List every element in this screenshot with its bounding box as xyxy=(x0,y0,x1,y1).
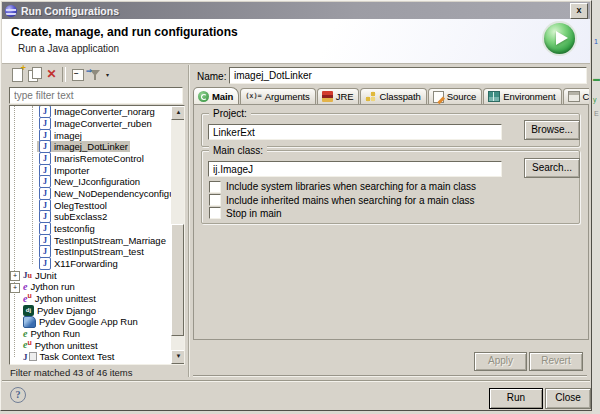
tab-label: Classpath xyxy=(379,91,420,102)
tab-environment[interactable]: Environment xyxy=(483,88,561,104)
help-button[interactable]: ? xyxy=(10,387,26,403)
tree-item[interactable]: JImageConverter_ruben xyxy=(10,118,171,130)
tab-main[interactable]: Main xyxy=(193,87,239,104)
delete-configuration-icon[interactable]: ✕ xyxy=(43,66,60,83)
tree-item[interactable]: JTask Context Test xyxy=(10,351,171,363)
background-fragment: ▬ xyxy=(593,75,600,82)
main-class-options: Include system libraries when searching … xyxy=(209,180,476,220)
tree-item-content: JTestInputStream_Marriage xyxy=(37,235,168,246)
tab-label: Common xyxy=(583,91,589,102)
tree-item[interactable]: JImarisRemoteControl xyxy=(10,153,171,165)
project-input[interactable] xyxy=(208,124,502,140)
tree-item[interactable]: JTestInputStream_Marriage xyxy=(10,234,171,246)
close-button[interactable]: Close xyxy=(545,388,591,409)
tree-item-content: Jtestconfig xyxy=(37,223,97,234)
tree-item-content: Pydev Google App Run xyxy=(21,316,140,327)
apply-button[interactable]: Apply xyxy=(474,352,527,371)
tree-item[interactable]: JImporter xyxy=(10,164,171,176)
tree-item-content: JOlegTesttool xyxy=(37,200,109,211)
tab-classpath[interactable]: Classpath xyxy=(360,88,426,104)
checkbox[interactable] xyxy=(209,181,221,193)
tree-item-label: X11Forwarding xyxy=(54,258,118,269)
tree-item[interactable]: euJython unittest xyxy=(10,293,171,305)
duplicate-configuration-icon[interactable] xyxy=(26,66,43,83)
checkbox[interactable] xyxy=(209,207,221,219)
tree-item-label: New_IJconfiguration xyxy=(54,176,140,187)
screen: Run Configurations x Create, manage, and… xyxy=(0,0,600,414)
checkbox-row[interactable]: Include inherited mains when searching f… xyxy=(209,193,476,206)
tree-item-label: TestInputStream_test xyxy=(54,246,144,257)
tab-jre[interactable]: JRE xyxy=(317,88,360,104)
scrollbar-thumb[interactable] xyxy=(171,224,184,336)
panel-sash[interactable] xyxy=(188,65,190,377)
revert-button[interactable]: Revert xyxy=(529,352,583,371)
tree-item[interactable]: JX11Forwarding xyxy=(10,258,171,270)
tree-item[interactable]: Jimagej xyxy=(10,129,171,141)
run-button[interactable]: Run xyxy=(489,388,543,409)
tree-item[interactable]: +JuJUnit xyxy=(10,269,171,281)
configurations-toolbar: ✕ − ⇒ ▾ xyxy=(9,65,109,84)
tree-item-content: euJython unittest xyxy=(21,293,98,304)
collapse-all-icon[interactable]: − xyxy=(70,66,87,83)
filter-status-text: Filter matched 43 of 46 items xyxy=(10,367,133,378)
arguments-tab-icon: (x)= xyxy=(245,91,261,102)
jython-run-icon: e xyxy=(23,282,27,292)
scroll-down-arrow[interactable]: ▼ xyxy=(171,350,185,364)
background-window-sliver: 1 ▬ y E xyxy=(592,0,600,414)
checkbox[interactable] xyxy=(209,194,221,206)
name-input[interactable] xyxy=(229,67,587,84)
tree-item[interactable]: Pydev Google App Run xyxy=(10,316,171,328)
pydev-gae-icon xyxy=(23,316,36,328)
tree-item-content: djPydev Django xyxy=(21,305,98,316)
tree-scrollbar[interactable]: ▲ ▼ xyxy=(171,106,184,364)
tree-item-content: JImageConverter_ruben xyxy=(37,118,154,129)
scroll-up-arrow[interactable]: ▲ xyxy=(171,106,185,120)
tree-item[interactable]: JOlegTesttool xyxy=(10,199,171,211)
tree-item-selected[interactable]: Jimagej_DotLinker xyxy=(10,141,171,153)
title-bar[interactable]: Run Configurations x xyxy=(2,2,590,19)
filter-configurations-icon[interactable]: ⇒ xyxy=(87,66,104,83)
tab-label: Main xyxy=(212,91,233,102)
tree-item[interactable]: JImageConverter_norarg xyxy=(10,106,171,118)
filter-input[interactable] xyxy=(9,87,183,104)
new-configuration-icon[interactable] xyxy=(9,66,26,83)
junit-icon: Ju xyxy=(23,270,32,280)
tab-arguments[interactable]: (x)=Arguments xyxy=(240,88,316,104)
configurations-tree[interactable]: JImageConverter_norargJImageConverter_ru… xyxy=(9,105,185,365)
tree-item-label: subExclass2 xyxy=(54,211,107,222)
tree-item[interactable]: djPydev Django xyxy=(10,304,171,316)
tab-common[interactable]: Common xyxy=(563,88,589,104)
tree-item[interactable]: JNew_NoDependencyconfiguration xyxy=(10,188,171,200)
filter-menu-caret-icon[interactable]: ▾ xyxy=(106,71,109,78)
tree-item-label: Python unittest xyxy=(35,340,98,351)
tree-item-content: JX11Forwarding xyxy=(37,258,120,269)
tree-item-label: ImarisRemoteControl xyxy=(54,153,144,164)
tree-item[interactable]: euPython unittest xyxy=(10,339,171,351)
tree-item[interactable]: ePython Run xyxy=(10,328,171,340)
main-class-input[interactable] xyxy=(208,161,502,177)
tree-item[interactable]: JTestInputStream_test xyxy=(10,246,171,258)
tree-item-content: euPython unittest xyxy=(21,340,100,351)
tree-item-content: JuJUnit xyxy=(21,270,59,281)
browse-button[interactable]: Browse... xyxy=(524,120,580,140)
java-app-icon: J xyxy=(39,257,51,270)
tree-item[interactable]: JNew_IJconfiguration xyxy=(10,176,171,188)
source-tab-icon xyxy=(433,91,444,103)
window-title: Run Configurations xyxy=(21,5,119,17)
tree-item-content: Jimagej xyxy=(37,130,84,141)
tree-item-label: Jython run xyxy=(30,281,74,292)
task-context-icon: J xyxy=(23,352,37,362)
tree-item[interactable]: +eJython run xyxy=(10,281,171,293)
project-group-label: Project: xyxy=(209,108,251,119)
checkbox-label: Stop in main xyxy=(226,208,282,219)
tree-item[interactable]: Jtestconfig xyxy=(10,223,171,235)
close-window-button[interactable]: x xyxy=(570,3,588,19)
search-button[interactable]: Search... xyxy=(524,158,580,178)
expand-plus-icon[interactable]: + xyxy=(10,283,20,293)
checkbox-row[interactable]: Stop in main xyxy=(209,207,476,220)
jython-unittest-icon: eu xyxy=(23,294,32,304)
expand-plus-icon[interactable]: + xyxy=(10,271,20,281)
checkbox-row[interactable]: Include system libraries when searching … xyxy=(209,180,476,193)
tab-source[interactable]: Source xyxy=(428,88,483,104)
tree-item[interactable]: JsubExclass2 xyxy=(10,211,171,223)
